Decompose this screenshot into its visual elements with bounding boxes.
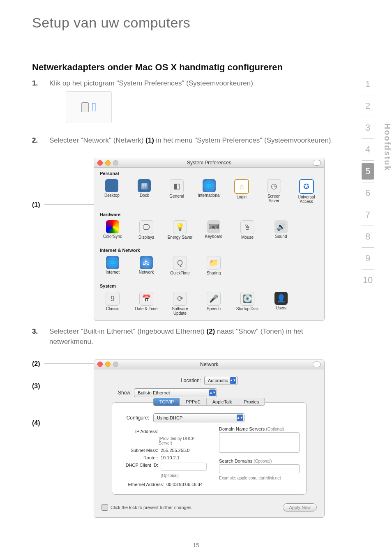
chapter-2[interactable]: 2 xyxy=(362,98,374,114)
tab-appletalk[interactable]: AppleTalk xyxy=(207,398,238,406)
tab-pppoe[interactable]: PPPoE xyxy=(180,398,206,406)
chapter-1[interactable]: 1 xyxy=(362,76,374,92)
classic-icon: 9 xyxy=(106,292,120,306)
step-2-text-a: Selecteer "Network" (Netwerk) xyxy=(49,136,145,144)
network-title: Network xyxy=(94,362,324,367)
chapter-5-active[interactable]: 5 xyxy=(362,163,374,180)
page-title: Setup van uw computers xyxy=(0,0,392,35)
pref-network[interactable]: 🖧Network xyxy=(134,256,159,275)
minimize-icon[interactable] xyxy=(105,160,111,166)
chapter-4[interactable]: 4 xyxy=(362,141,374,158)
chapter-6[interactable]: 6 xyxy=(362,185,374,201)
dns-input[interactable] xyxy=(219,432,300,453)
client-id-field[interactable] xyxy=(161,463,207,471)
pref-datetime[interactable]: 📅Date & Time xyxy=(134,292,159,316)
zoom-icon[interactable] xyxy=(113,160,118,166)
subnet-label: Subnet Mask: xyxy=(119,448,158,453)
pref-internet[interactable]: 🌐Internet xyxy=(100,256,125,275)
mic-icon: 🎤 xyxy=(207,292,221,306)
chapter-label: Hoofdstuk xyxy=(383,123,392,171)
pref-sharing[interactable]: 📁Sharing xyxy=(201,256,226,275)
tab-proxies[interactable]: Proxies xyxy=(238,398,265,406)
label: Desktop xyxy=(104,193,120,198)
step-3: 3. Selecteer "Built-in Ethernet" (Ingebo… xyxy=(32,327,343,347)
pref-colorsync[interactable]: ColorSync xyxy=(100,220,125,240)
location-value: Automatic xyxy=(208,378,228,383)
page-number: 15 xyxy=(0,542,392,548)
network-titlebar: Network xyxy=(94,360,324,369)
displays-icon: 🖵 xyxy=(139,220,153,234)
show-select[interactable]: Built-in Ethernet ▲▼ xyxy=(134,388,217,397)
chapter-8[interactable]: 8 xyxy=(362,228,374,245)
lock-row[interactable]: Click the lock to prevent further change… xyxy=(101,504,192,511)
pref-keyboard[interactable]: ⌨Keyboard xyxy=(201,220,226,240)
example-text: Example: apple.com, earthlink.net xyxy=(219,476,300,480)
chapter-9[interactable]: 9 xyxy=(362,250,374,267)
dock-pref-icon: ▦ xyxy=(138,179,151,192)
location-select[interactable]: Automatic ▲▼ xyxy=(204,376,238,385)
search-domains-input[interactable] xyxy=(219,464,300,473)
pref-sw-update[interactable]: ⟳Software Update xyxy=(167,292,193,316)
apply-now-button[interactable]: Apply Now xyxy=(283,503,317,512)
ip-label: IP Address: xyxy=(119,429,158,434)
step-2-bold: (1) xyxy=(145,136,154,144)
pref-sound[interactable]: 🔊Sound xyxy=(268,220,294,240)
tab-tcpip[interactable]: TCP/IP xyxy=(154,398,180,406)
label: QuickTime xyxy=(170,271,189,275)
label: Screen Saver xyxy=(262,194,286,203)
toolbar-toggle-icon[interactable] xyxy=(313,160,321,166)
close-icon[interactable] xyxy=(97,362,103,367)
pref-desktop[interactable]: Desktop xyxy=(100,179,124,204)
step-1-number: 1. xyxy=(32,78,43,123)
network-block: (2) (3) (4) Network Location: Automatic xyxy=(32,360,343,518)
pref-users[interactable]: 👤Users xyxy=(268,292,294,316)
chapter-nav: 1 2 3 4 5 6 7 8 9 10 xyxy=(358,76,377,288)
label: Dock xyxy=(140,193,149,198)
dock-icon:  xyxy=(66,91,112,123)
callout-3: (3) xyxy=(32,383,94,390)
pref-displays[interactable]: 🖵Displays xyxy=(134,220,159,240)
client-id-note: (Optional) xyxy=(161,473,179,478)
label: General xyxy=(169,194,184,198)
pref-login[interactable]: ⌂Login xyxy=(229,179,254,204)
zoom-icon[interactable] xyxy=(113,362,118,367)
chevron-updown-icon: ▲▼ xyxy=(209,389,216,396)
close-icon[interactable] xyxy=(97,160,103,166)
pref-energy[interactable]: 💡Energy Saver xyxy=(167,220,193,240)
pref-mouse[interactable]: 🖱Mouse xyxy=(235,220,260,240)
pref-speech[interactable]: 🎤Speech xyxy=(201,292,226,316)
pref-screensaver[interactable]: ◷Screen Saver xyxy=(262,179,286,204)
pref-startup[interactable]: 💽Startup Disk xyxy=(235,292,260,316)
network-window: Network Location: Automatic ▲▼ Show: Bui… xyxy=(94,360,325,518)
configure-select[interactable]: Using DHCP ▲▼ xyxy=(153,413,244,422)
pref-universal[interactable]: ✪Universal Access xyxy=(294,179,318,204)
pref-international[interactable]: 🌐International xyxy=(197,179,221,204)
search-optional: (Optional) xyxy=(254,459,272,463)
toolbar-toggle-icon[interactable] xyxy=(313,362,321,367)
tcpip-panel: TCP/IP PPPoE AppleTalk Proxies Configure… xyxy=(112,402,307,495)
apple-logo-icon:  xyxy=(92,98,97,116)
keyboard-icon: ⌨ xyxy=(207,220,220,233)
pref-classic[interactable]: 9Classic xyxy=(100,292,125,316)
label: Sharing xyxy=(207,271,221,275)
pref-dock[interactable]: ▦Dock xyxy=(132,179,157,204)
minimize-icon[interactable] xyxy=(105,362,111,367)
disk-icon: 💽 xyxy=(240,292,254,306)
step-2-number: 2. xyxy=(32,136,43,146)
window-titlebar: System Preferences xyxy=(94,158,324,168)
lock-icon xyxy=(101,504,108,511)
pref-general[interactable]: ◧General xyxy=(165,179,189,204)
dns-heading: Domain Name Servers xyxy=(219,426,265,431)
chapter-10[interactable]: 10 xyxy=(362,272,374,288)
label: Sound xyxy=(275,234,287,239)
chapter-3[interactable]: 3 xyxy=(362,120,374,136)
label: Displays xyxy=(138,235,154,240)
home-icon: ⌂ xyxy=(234,179,249,194)
general-icon: ◧ xyxy=(170,179,184,193)
network-tabs: TCP/IP PPPoE AppleTalk Proxies xyxy=(153,398,265,406)
chapter-7[interactable]: 7 xyxy=(362,207,374,223)
harddrive-icon xyxy=(81,102,89,112)
chevron-updown-icon: ▲▼ xyxy=(230,377,236,384)
eth-label: Ethernet Address: xyxy=(119,482,164,487)
pref-quicktime[interactable]: QQuickTime xyxy=(167,256,193,275)
